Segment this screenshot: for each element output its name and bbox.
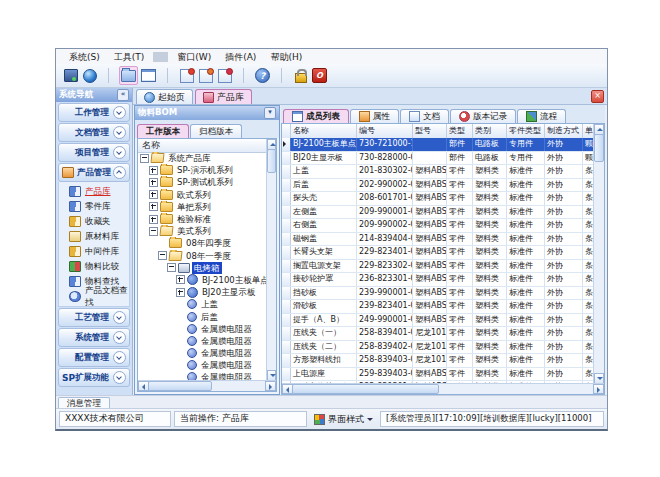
table-row[interactable]: 压线夹（二） 258-839402-00X 尼龙1010 零件 塑料类 标准件 …	[282, 341, 594, 355]
pin-icon[interactable]: ▾	[264, 107, 276, 119]
nav-group[interactable]: 项目管理	[58, 143, 130, 162]
table-row[interactable]: 右侧盖 209-990002-01X 塑料ABS 零件 塑料类 标准件 外协 条	[282, 219, 594, 233]
tree-column-header[interactable]: 名称	[138, 139, 267, 153]
tree-node[interactable]: 单把系列	[138, 201, 267, 213]
sidebar-item[interactable]: 收藏夹	[59, 214, 129, 229]
table-row[interactable]: 接砂轮护罩 236-823301-00X 塑料ABS 零件 塑料类 标准件 外协…	[282, 273, 594, 287]
tree-expander-icon[interactable]	[149, 166, 158, 175]
table-row[interactable]: BJ20主显示板 730-828000-04X 部件 电路板 专用件 外协 颗	[282, 152, 594, 166]
exit-icon[interactable]	[311, 67, 328, 84]
menu-item[interactable]: 窗口(W)	[170, 50, 218, 64]
product-library-icon[interactable]	[119, 66, 138, 85]
tree-node[interactable]: SP-测试机系列	[138, 176, 267, 188]
tree-node[interactable]: BJ-2100主板单点	[138, 274, 267, 286]
chevron-up-icon[interactable]	[113, 166, 126, 179]
table-row[interactable]: 搁置电源支架 229-823302-00X 塑料ABS 零件 塑料类 标准件 外…	[282, 260, 594, 274]
chevron-down-icon[interactable]	[113, 311, 126, 324]
tree-node[interactable]: 金属膜电阻器	[138, 335, 267, 347]
chevron-down-icon[interactable]	[113, 126, 126, 139]
tree-node[interactable]: 系统产品库	[138, 152, 267, 164]
menu-item[interactable]: 插件(A)	[218, 50, 263, 64]
nav-group[interactable]: 工艺管理	[58, 308, 130, 327]
column-header[interactable]: 名称	[291, 124, 357, 138]
chevron-down-icon[interactable]	[113, 106, 126, 119]
lock-icon[interactable]	[292, 67, 309, 84]
tree-expander-icon[interactable]	[149, 202, 158, 211]
table-row[interactable]: 磁钢盖 214-839404-01X 塑料ABS 零件 塑料类 标准件 外协 条	[282, 233, 594, 247]
chevron-down-icon[interactable]	[113, 331, 126, 344]
scrollbar-thumb[interactable]	[148, 381, 212, 391]
tree-expander-icon[interactable]	[149, 178, 158, 187]
column-header[interactable]: 制造方式	[545, 124, 583, 138]
tree-expander-icon[interactable]	[176, 288, 185, 297]
table-row[interactable]: 后盖 202-990002-01X 塑料ABS 零件 塑料类 标准件 外协 条	[282, 179, 594, 193]
tree-expander-icon[interactable]	[167, 263, 176, 272]
column-header[interactable]: 零件类型	[507, 124, 545, 138]
members-tab[interactable]: 流程	[517, 109, 566, 123]
tree-node[interactable]: 08年一季度	[138, 250, 267, 262]
scroll-right-icon[interactable]	[265, 381, 276, 391]
sidebar-item[interactable]: 原材料库	[59, 229, 129, 244]
web-icon[interactable]	[81, 67, 98, 84]
nav-group[interactable]: 配置管理	[58, 348, 130, 367]
interface-style-selector[interactable]: 界面样式	[310, 412, 377, 426]
new-doc-icon[interactable]	[178, 67, 195, 84]
table-row[interactable]: 上电源座 259-839403-00X 塑料ABS 零件 塑料类 标准件 外协 …	[282, 368, 594, 382]
version-tab[interactable]: 工作版本	[137, 124, 189, 138]
column-header[interactable]: 类型	[447, 124, 473, 138]
delete-doc-icon[interactable]	[216, 67, 233, 84]
tree-node[interactable]: BJ20主显示板	[138, 286, 267, 298]
column-header[interactable]: 类别	[473, 124, 507, 138]
tree-vertical-scrollbar[interactable]	[266, 139, 276, 381]
members-tab[interactable]: 成员列表	[283, 109, 349, 123]
sidebar-item[interactable]: 中间件库	[59, 244, 129, 259]
tree-expander-icon[interactable]	[140, 154, 149, 163]
nav-group[interactable]: 文档管理	[58, 123, 130, 142]
table-row[interactable]: 压线夹（一） 258-839401-00X 尼龙1010 零件 塑料类 标准件 …	[282, 327, 594, 341]
tree-node[interactable]: 金属膜电阻器	[138, 347, 267, 359]
tree-node[interactable]: 金属膜电阻器	[138, 323, 267, 335]
tree-expander-icon[interactable]	[176, 275, 185, 284]
table-row[interactable]: 上盖 201-830302-00X 塑料ABS 零件 塑料类 标准件 外协 条	[282, 165, 594, 179]
column-header[interactable]: 编号	[357, 124, 413, 138]
menu-item[interactable]	[153, 52, 168, 62]
collapse-nav-button[interactable]: «	[117, 89, 129, 101]
grid-horizontal-scrollbar[interactable]	[282, 383, 604, 394]
nav-group[interactable]: 工作管理	[58, 103, 130, 122]
tree-node[interactable]: SP-演示机系列	[138, 164, 267, 176]
tree-expander-icon[interactable]	[149, 215, 158, 224]
nav-group[interactable]: SP 扩展功能	[58, 368, 130, 387]
report-icon[interactable]	[140, 67, 157, 84]
members-tab[interactable]: 文档	[400, 109, 449, 123]
scrollbar-thumb[interactable]	[594, 134, 604, 162]
workspace-icon[interactable]	[62, 67, 79, 84]
column-header[interactable]: 型号	[413, 124, 447, 138]
tree-node[interactable]: 美式系列	[138, 225, 267, 237]
help-icon[interactable]	[254, 67, 271, 84]
members-tab[interactable]: 属性	[350, 109, 399, 123]
menu-item[interactable]: 帮助(H)	[263, 50, 309, 64]
chevron-down-icon[interactable]	[113, 351, 126, 364]
close-tab-icon[interactable]	[591, 90, 604, 103]
tree-node[interactable]: 检验标准	[138, 213, 267, 225]
scrollbar-thumb[interactable]	[292, 384, 439, 394]
table-row[interactable]: 挡砂板 239-990001-01X 塑料ABS 零件 塑料类 标准件 外协 条	[282, 287, 594, 301]
version-tab[interactable]: 归档版本	[190, 124, 242, 138]
table-row[interactable]: 方形塑料线扣 258-839403-00X 尼龙1010 零件 塑料类 标准件 …	[282, 354, 594, 368]
sidebar-item[interactable]: 零件库	[59, 199, 129, 214]
tree-expander-icon[interactable]	[149, 227, 158, 236]
menu-item[interactable]: 系统(S)	[62, 50, 107, 64]
members-tab[interactable]: 版本记录	[450, 109, 516, 123]
grid-vertical-scrollbar[interactable]	[593, 124, 604, 384]
tree-horizontal-scrollbar[interactable]	[138, 380, 276, 391]
tree-node[interactable]: 后盖	[138, 310, 267, 322]
scrollbar-thumb[interactable]	[267, 149, 276, 173]
tree-expander-icon[interactable]	[149, 190, 158, 199]
nav-group[interactable]: 系统管理	[58, 328, 130, 347]
table-row[interactable]: BJ-2100主板单点 730-721000-12X 部件 电路板 专用件 外协…	[282, 138, 594, 152]
table-row[interactable]: 滑砂板 239-823401-00X 塑料ABS 零件 塑料类 标准件 外协 条	[282, 300, 594, 314]
document-tab[interactable]: 产品库	[195, 89, 252, 104]
tree-node[interactable]: 电烤箱	[138, 262, 267, 274]
table-row[interactable]: 左侧盖 209-990001-01X 塑料ABS 零件 塑料类 标准件 外协 条	[282, 206, 594, 220]
sidebar-item[interactable]: 物料比较	[59, 259, 129, 274]
